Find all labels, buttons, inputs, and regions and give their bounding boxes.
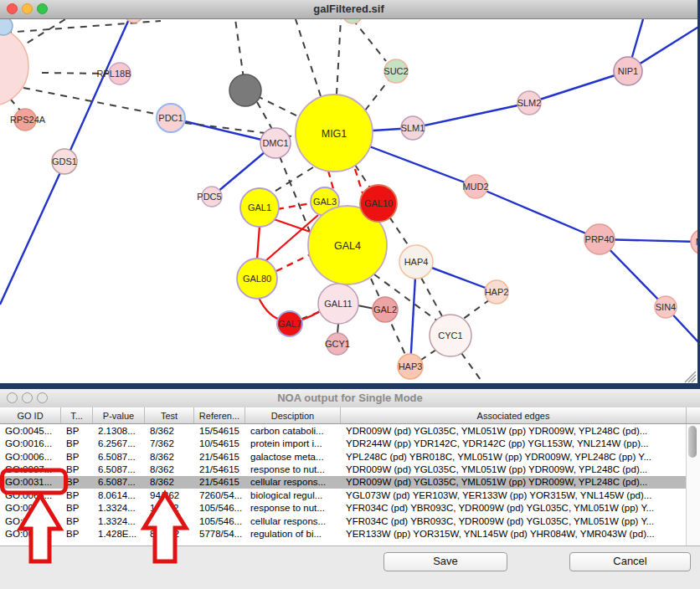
edge[interactable] bbox=[421, 278, 442, 316]
edge[interactable] bbox=[461, 353, 483, 383]
cell-edges[interactable]: YDR009W (pd) YGL035C, YML051W (pp) YDR00… bbox=[341, 477, 687, 487]
cell-p-value[interactable]: 6.5087... bbox=[93, 464, 145, 474]
column-header-test[interactable]: Test bbox=[145, 407, 194, 423]
cell-reference[interactable]: 7260/54... bbox=[194, 490, 245, 500]
column-header-p-value[interactable]: P-value bbox=[93, 407, 145, 423]
cell-go-id[interactable]: GO:0045... bbox=[0, 426, 61, 436]
edge[interactable] bbox=[5, 21, 161, 33]
network-canvas[interactable]: RPL18B RPS24A GDS1 PDC1 DMC1 MIG1 SUC2 S… bbox=[0, 19, 697, 383]
cell-test[interactable]: 8/362 bbox=[145, 426, 194, 436]
minimize-button[interactable] bbox=[22, 3, 33, 14]
cell-test[interactable]: 8/362 bbox=[145, 452, 194, 462]
edge[interactable] bbox=[337, 19, 341, 95]
cell-description[interactable]: protein import i... bbox=[245, 438, 341, 448]
column-header-go-id[interactable]: GO ID bbox=[0, 407, 61, 423]
cell-reference[interactable]: 21/54615 bbox=[194, 477, 245, 487]
cell-reference[interactable]: 10/54615 bbox=[194, 438, 245, 448]
cell-go-id[interactable]: GO:0006... bbox=[0, 452, 61, 462]
column-header-reference[interactable]: Referen... bbox=[194, 407, 245, 423]
edge[interactable] bbox=[23, 88, 164, 115]
cell-edges[interactable]: YDR009W (pd) YGL035C, YML051W (pp) YDR00… bbox=[341, 426, 687, 436]
cancel-button[interactable]: Cancel bbox=[569, 552, 691, 571]
network-window-titlebar[interactable]: galFiltered.sif bbox=[0, 0, 697, 19]
minimize-button[interactable] bbox=[22, 392, 33, 403]
cell-edges[interactable]: YDR244W (pp) YDR142C, YDR142C (pp) YGL15… bbox=[341, 438, 687, 448]
cell-go-id[interactable]: GO:0016... bbox=[0, 438, 61, 448]
cell-p-value[interactable]: 8.0614... bbox=[93, 490, 145, 500]
cell-type[interactable]: BP bbox=[61, 464, 93, 474]
close-button[interactable] bbox=[7, 3, 18, 14]
table-row[interactable]: GO:0045...BP2.1308...8/36215/54615carbon… bbox=[0, 424, 687, 437]
edge[interactable] bbox=[277, 203, 311, 209]
edge[interactable] bbox=[257, 102, 273, 131]
table-row[interactable]: GO:0007...BP6.5087...8/36221/54615respon… bbox=[0, 463, 687, 475]
cell-edges[interactable]: YGL073W (pd) YER103W, YER133W (pp) YOR31… bbox=[341, 490, 687, 500]
cell-reference[interactable]: 105/546... bbox=[194, 503, 245, 513]
cell-type[interactable]: BP bbox=[61, 529, 93, 539]
cell-edges[interactable]: YPL248C (pd) YBR018C, YML051W (pp) YDR00… bbox=[341, 452, 687, 462]
cell-p-value[interactable]: 1.3324... bbox=[93, 503, 145, 513]
cell-test[interactable]: 11/362 bbox=[145, 503, 194, 513]
cell-reference[interactable]: 21/54615 bbox=[194, 452, 245, 462]
zoom-button[interactable] bbox=[37, 3, 48, 14]
cell-reference[interactable]: 15/54615 bbox=[194, 426, 245, 436]
table-scrollbar-thumb[interactable] bbox=[688, 426, 697, 458]
edge[interactable] bbox=[365, 80, 389, 110]
cell-reference[interactable]: 5778/54... bbox=[194, 529, 245, 539]
column-header-type[interactable]: T... bbox=[61, 407, 93, 423]
cell-test[interactable]: 94/362 bbox=[145, 490, 194, 500]
cell-go-id[interactable]: GO:0007... bbox=[0, 464, 61, 474]
cell-p-value[interactable]: 2.1308... bbox=[93, 426, 145, 436]
table-row[interactable]: GO:0031...BP1.3324...11/362105/546...cel… bbox=[0, 515, 687, 527]
table-row[interactable]: GO:0065...BP8.0614...94/3627260/54...bio… bbox=[0, 489, 687, 501]
cell-type[interactable]: BP bbox=[61, 426, 93, 436]
cell-test[interactable]: 80/362 bbox=[145, 529, 194, 539]
cell-description[interactable]: galactose meta... bbox=[245, 452, 341, 462]
edge[interactable] bbox=[296, 19, 321, 96]
cell-reference[interactable]: 105/546... bbox=[194, 516, 245, 526]
save-button[interactable]: Save bbox=[383, 552, 507, 571]
cell-go-id[interactable]: GO:0031... bbox=[0, 477, 61, 487]
cell-type[interactable]: BP bbox=[61, 452, 93, 462]
cell-type[interactable]: BP bbox=[61, 503, 93, 513]
cell-description[interactable]: cellular respons... bbox=[245, 477, 341, 487]
cell-reference[interactable]: 21/54615 bbox=[194, 464, 245, 474]
edge[interactable] bbox=[334, 71, 628, 133]
edge[interactable] bbox=[358, 305, 374, 309]
cell-type[interactable]: BP bbox=[61, 490, 93, 500]
cell-edges[interactable]: YER133W (pp) YOR315W, YNL145W (pd) YHR08… bbox=[341, 529, 687, 539]
table-row[interactable]: GO:0031...BP1.3324...11/362105/546...res… bbox=[0, 502, 687, 515]
edge[interactable] bbox=[171, 118, 275, 143]
cell-type[interactable]: BP bbox=[61, 438, 93, 448]
edge[interactable] bbox=[600, 239, 697, 344]
edge[interactable] bbox=[462, 300, 490, 320]
cell-test[interactable]: 8/362 bbox=[145, 477, 194, 487]
cell-p-value[interactable]: 6.2567... bbox=[93, 438, 145, 448]
cell-p-value[interactable]: 1.428E... bbox=[93, 529, 145, 539]
edge[interactable] bbox=[257, 226, 260, 259]
cell-description[interactable]: cellular respons... bbox=[245, 516, 341, 526]
table-row[interactable]: GO:0050...BP1.428E...80/3625778/54...reg… bbox=[0, 528, 687, 540]
cell-test[interactable]: 8/362 bbox=[145, 464, 194, 474]
table-row[interactable]: GO:0006...BP6.5087...8/36221/54615galact… bbox=[0, 450, 687, 463]
edge[interactable] bbox=[421, 350, 436, 360]
cell-description[interactable]: response to nut... bbox=[245, 503, 341, 513]
cell-type[interactable]: BP bbox=[61, 477, 93, 487]
cell-description[interactable]: biological regul... bbox=[245, 490, 341, 500]
cell-go-id[interactable]: GO:0065... bbox=[0, 490, 61, 500]
edge[interactable] bbox=[276, 254, 311, 271]
cell-description[interactable]: regulation of bi... bbox=[245, 529, 341, 539]
edge[interactable] bbox=[273, 167, 313, 192]
cell-description[interactable]: response to nut... bbox=[245, 464, 341, 474]
cell-go-id[interactable]: GO:0050... bbox=[0, 529, 61, 539]
cell-type[interactable]: BP bbox=[61, 516, 93, 526]
edge[interactable] bbox=[17, 19, 65, 49]
cell-test[interactable]: 11/362 bbox=[145, 516, 194, 526]
close-button[interactable] bbox=[7, 392, 18, 403]
cell-p-value[interactable]: 1.3324... bbox=[93, 516, 145, 526]
cell-p-value[interactable]: 6.5087... bbox=[93, 477, 145, 487]
cell-edges[interactable]: YFR034C (pd) YBR093C, YDR009W (pd) YGL03… bbox=[341, 503, 687, 513]
cell-test[interactable]: 7/362 bbox=[145, 438, 194, 448]
table-row[interactable]: GO:0016...BP6.2567...7/36210/54615protei… bbox=[0, 437, 687, 449]
node-unlabeled-gray[interactable] bbox=[229, 74, 261, 106]
